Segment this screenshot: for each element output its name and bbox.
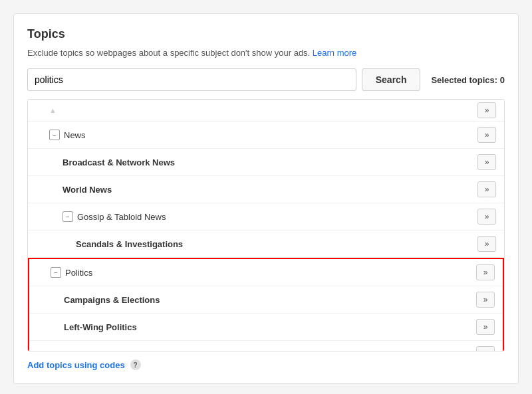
selected-count-label: Selected topics: 0 xyxy=(431,68,505,85)
page-title: Topics xyxy=(27,27,505,41)
add-btn-gossip[interactable]: » xyxy=(477,209,496,225)
politics-label: − Politics xyxy=(51,267,92,278)
footer-row: Add topics using codes ? xyxy=(27,359,505,370)
campaigns-text: Campaigns & Elections xyxy=(64,295,160,305)
topics-list-container: ▲ » − News » Broadcast & Network News » xyxy=(27,99,505,351)
search-area: Search xyxy=(27,68,420,91)
topics-list: ▲ » − News » Broadcast & Network News » xyxy=(28,100,504,351)
scandals-text: Scandals & Investigations xyxy=(76,239,183,249)
gossip-label: − Gossip & Tabloid News xyxy=(63,211,166,222)
help-icon[interactable]: ? xyxy=(130,359,141,370)
add-codes-link[interactable]: Add topics using codes xyxy=(27,360,125,370)
topic-row-opinion: Opinion & Commentary » xyxy=(29,341,503,351)
topic-row-scandals: Scandals & Investigations » xyxy=(28,231,504,258)
topic-row-broadcast: Broadcast & Network News » xyxy=(28,149,504,176)
topic-row-world-news: World News » xyxy=(28,176,504,203)
left-wing-label: Left-Wing Politics xyxy=(64,322,137,332)
highlighted-politics-section: − Politics » Campaigns & Elections » Lef… xyxy=(28,258,504,351)
description-text: Exclude topics so webpages about a speci… xyxy=(27,48,313,58)
collapse-icon-politics[interactable]: − xyxy=(51,267,61,278)
partial-row: ▲ » xyxy=(28,100,504,122)
world-news-text: World News xyxy=(63,185,112,195)
topic-row-campaigns: Campaigns & Elections » xyxy=(29,286,503,314)
topic-row-politics: − Politics » xyxy=(29,259,503,286)
add-btn-politics[interactable]: » xyxy=(476,264,495,280)
gossip-text: Gossip & Tabloid News xyxy=(77,212,166,222)
campaigns-label: Campaigns & Elections xyxy=(64,295,160,305)
news-label: − News xyxy=(49,130,86,140)
left-wing-text: Left-Wing Politics xyxy=(64,322,137,332)
learn-more-link[interactable]: Learn more xyxy=(313,48,356,58)
topics-panel: Topics Exclude topics so webpages about … xyxy=(13,13,519,384)
search-input[interactable] xyxy=(27,68,356,91)
add-btn-broadcast[interactable]: » xyxy=(477,154,496,170)
page-description: Exclude topics so webpages about a speci… xyxy=(27,48,505,58)
search-and-count-row: Search Selected topics: 0 xyxy=(27,68,505,91)
scandals-label: Scandals & Investigations xyxy=(76,239,183,249)
collapse-icon-news[interactable]: − xyxy=(49,130,60,140)
opinion-text: Opinion & Commentary xyxy=(64,349,160,352)
add-btn-world-news[interactable]: » xyxy=(477,181,496,197)
politics-text: Politics xyxy=(65,268,92,278)
collapse-icon-gossip[interactable]: − xyxy=(63,211,73,222)
topic-row-left-wing: Left-Wing Politics » xyxy=(29,314,503,341)
news-text: News xyxy=(64,130,86,140)
broadcast-text: Broadcast & Network News xyxy=(63,157,175,167)
add-btn-scandals[interactable]: » xyxy=(477,236,496,252)
partial-label: ▲ xyxy=(49,106,57,114)
add-btn-left-wing[interactable]: » xyxy=(476,319,495,335)
broadcast-label: Broadcast & Network News xyxy=(63,157,175,167)
topic-row-news: − News » xyxy=(28,122,504,149)
topic-row-gossip: − Gossip & Tabloid News » xyxy=(28,203,504,231)
add-btn-news[interactable]: » xyxy=(477,127,496,143)
world-news-label: World News xyxy=(63,185,112,195)
add-btn-campaigns[interactable]: » xyxy=(476,292,495,308)
add-btn-opinion[interactable]: » xyxy=(476,346,495,351)
opinion-label: Opinion & Commentary xyxy=(64,349,160,352)
search-button[interactable]: Search xyxy=(362,68,421,91)
add-btn-partial[interactable]: » xyxy=(477,102,496,118)
search-row: Search xyxy=(27,68,420,91)
